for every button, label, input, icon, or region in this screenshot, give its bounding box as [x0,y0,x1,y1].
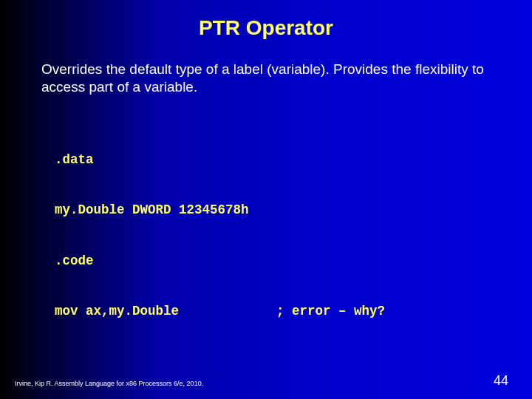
slide: PTR Operator Overrides the default type … [0,0,532,399]
code-line-1: .data [55,151,276,168]
intro-text: Overrides the default type of a label (v… [41,61,494,96]
code-line-4-comment: ; error – why? [276,303,494,320]
code-line-2: my.Double DWORD 12345678h [55,202,276,219]
page-number: 44 [494,373,508,389]
code-line-3: .code [55,253,276,270]
slide-title: PTR Operator [0,16,532,40]
footer-citation: Irvine, Kip R. Assembly Language for x86… [15,380,203,387]
code-line-4-instr: mov ax,my.Double [55,303,276,320]
code-block: .data my.Double DWORD 12345678h .code mo… [55,118,494,400]
